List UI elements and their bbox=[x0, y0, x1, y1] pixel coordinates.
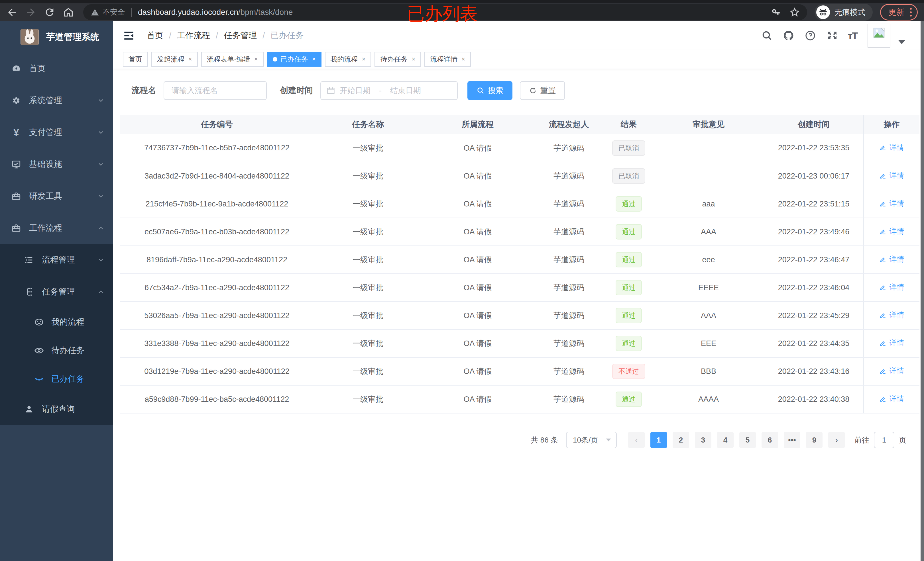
process-name-input[interactable]: 请输入流程名 bbox=[164, 81, 267, 100]
detail-link[interactable]: 详情 bbox=[879, 366, 904, 376]
github-icon[interactable] bbox=[783, 30, 794, 41]
password-key-icon[interactable] bbox=[771, 7, 781, 17]
detail-link[interactable]: 详情 bbox=[879, 338, 904, 348]
task-id: 74736737-7b9b-11ec-b5b7-acde48001122 bbox=[120, 134, 314, 162]
comment: eee bbox=[653, 246, 764, 274]
next-page-button[interactable]: › bbox=[828, 432, 845, 448]
sidebar-item-todo-tasks[interactable]: 待办任务 bbox=[0, 336, 113, 365]
page-button-6[interactable]: 6 bbox=[762, 432, 778, 448]
gear-icon bbox=[11, 96, 21, 105]
close-icon[interactable]: × bbox=[254, 56, 258, 62]
close-icon[interactable]: × bbox=[411, 56, 415, 62]
update-label[interactable]: 更新 bbox=[888, 7, 904, 18]
tab-todo-tasks[interactable]: 待办任务× bbox=[375, 52, 421, 67]
reset-button[interactable]: 重置 bbox=[520, 81, 565, 100]
sidebar-item-devtools[interactable]: 研发工具 bbox=[0, 180, 113, 212]
page-button-3[interactable]: 3 bbox=[695, 432, 711, 448]
page-button-4[interactable]: 4 bbox=[717, 432, 734, 448]
goto-page-input[interactable]: 1 bbox=[874, 432, 894, 448]
fullscreen-icon[interactable] bbox=[826, 30, 838, 41]
initiator: 芋道源码 bbox=[533, 190, 604, 218]
app-logo[interactable]: 芋道管理系统 bbox=[0, 21, 113, 53]
tab-home[interactable]: 首页 bbox=[123, 52, 148, 67]
breadcrumb-task-mgmt[interactable]: 任务管理 bbox=[224, 30, 257, 41]
sidebar-item-done-tasks[interactable]: 已办任务 bbox=[0, 365, 113, 393]
window-scrollbar[interactable] bbox=[921, 21, 924, 561]
sidebar-item-infrastructure[interactable]: 基础设施 bbox=[0, 148, 113, 180]
result-badge: 通过 bbox=[616, 308, 642, 323]
task-name: 一级审批 bbox=[314, 329, 422, 358]
browser-update-button[interactable]: 更新 bbox=[880, 4, 918, 21]
detail-link[interactable]: 详情 bbox=[879, 171, 904, 181]
prev-page-button[interactable]: ‹ bbox=[628, 432, 645, 448]
initiator: 芋道源码 bbox=[533, 246, 604, 274]
tab-process-detail[interactable]: 流程详情× bbox=[424, 52, 471, 67]
page-button-9[interactable]: 9 bbox=[806, 432, 822, 448]
detail-link[interactable]: 详情 bbox=[879, 254, 904, 264]
initiator: 芋道源码 bbox=[533, 134, 604, 162]
breadcrumb-separator: / bbox=[262, 31, 265, 40]
breadcrumb-home[interactable]: 首页 bbox=[147, 30, 163, 41]
create-time: 2022-01-22 23:40:38 bbox=[764, 385, 864, 413]
result-badge: 通过 bbox=[616, 196, 642, 212]
home-icon[interactable] bbox=[63, 6, 74, 18]
breadcrumb-workflow[interactable]: 工作流程 bbox=[177, 30, 210, 41]
page-button-5[interactable]: 5 bbox=[740, 432, 756, 448]
sidebar-item-home[interactable]: 首页 bbox=[0, 53, 113, 85]
more-pages-button[interactable]: ••• bbox=[784, 432, 800, 448]
page-size-select[interactable]: 10条/页 bbox=[566, 432, 617, 448]
tab-process-form-edit[interactable]: 流程表单-编辑× bbox=[201, 52, 264, 67]
task-name: 一级审批 bbox=[314, 190, 422, 218]
close-icon[interactable]: × bbox=[312, 56, 316, 62]
back-icon[interactable] bbox=[6, 6, 18, 18]
browser-menu-icon[interactable] bbox=[910, 8, 912, 16]
detail-link[interactable]: 详情 bbox=[879, 282, 904, 292]
url-text: dashboard.yudao.iocoder.cn/bpm/task/done bbox=[138, 8, 293, 17]
sidebar-item-leave-query[interactable]: 请假查询 bbox=[0, 393, 113, 425]
bookmark-star-icon[interactable] bbox=[789, 7, 800, 17]
sidebar-item-payment[interactable]: ¥ 支付管理 bbox=[0, 117, 113, 148]
security-label[interactable]: 不安全 bbox=[103, 7, 125, 17]
sidebar-item-task-mgmt[interactable]: 任务管理 bbox=[0, 276, 113, 308]
close-icon[interactable]: × bbox=[461, 56, 465, 62]
omnibox-divider bbox=[131, 8, 132, 17]
reload-icon[interactable] bbox=[44, 6, 55, 18]
close-icon[interactable]: × bbox=[362, 56, 366, 62]
close-icon[interactable]: × bbox=[188, 56, 192, 62]
sidebar-item-system[interactable]: 系统管理 bbox=[0, 85, 113, 117]
detail-link[interactable]: 详情 bbox=[879, 310, 904, 320]
forward-icon[interactable] bbox=[25, 6, 36, 18]
sidebar-toggle-icon[interactable] bbox=[123, 30, 135, 42]
tab-start-process[interactable]: 发起流程× bbox=[152, 52, 198, 67]
tab-done-tasks[interactable]: 已办任务× bbox=[267, 52, 321, 67]
warning-icon bbox=[91, 8, 99, 16]
font-size-icon[interactable]: тT bbox=[848, 30, 857, 41]
refresh-icon bbox=[529, 87, 537, 94]
tab-my-process[interactable]: 我的流程× bbox=[325, 52, 371, 67]
sidebar-item-process-mgmt[interactable]: 流程管理 bbox=[0, 244, 113, 276]
search-button[interactable]: 搜索 bbox=[467, 81, 513, 100]
broken-image-icon bbox=[873, 27, 885, 39]
task-name: 一级审批 bbox=[314, 246, 422, 274]
page-button-2[interactable]: 2 bbox=[673, 432, 689, 448]
date-range-input[interactable]: 开始日期 - 结束日期 bbox=[320, 81, 458, 100]
result-badge: 通过 bbox=[616, 280, 642, 295]
sidebar-item-my-process[interactable]: 我的流程 bbox=[0, 308, 113, 336]
breadcrumb-separator: / bbox=[169, 31, 171, 40]
comment bbox=[653, 134, 764, 162]
detail-link[interactable]: 详情 bbox=[879, 226, 904, 236]
table-row: 03d1219e-7b9a-11ec-a290-acde48001122 一级审… bbox=[120, 358, 920, 385]
create-time: 2022-01-22 23:45:29 bbox=[764, 302, 864, 329]
detail-link[interactable]: 详情 bbox=[879, 394, 904, 404]
sidebar-item-workflow[interactable]: 工作流程 bbox=[0, 212, 113, 244]
help-icon[interactable] bbox=[805, 30, 816, 41]
search-icon[interactable] bbox=[761, 30, 772, 41]
detail-link[interactable]: 详情 bbox=[879, 199, 904, 208]
comment: AAA bbox=[653, 302, 764, 329]
avatar-caret-icon[interactable] bbox=[898, 40, 905, 44]
detail-link[interactable]: 详情 bbox=[879, 143, 904, 153]
page-button-1[interactable]: 1 bbox=[650, 432, 667, 448]
chevron-up-icon bbox=[97, 288, 105, 296]
toolbox-icon bbox=[11, 191, 21, 201]
avatar[interactable] bbox=[868, 24, 890, 48]
